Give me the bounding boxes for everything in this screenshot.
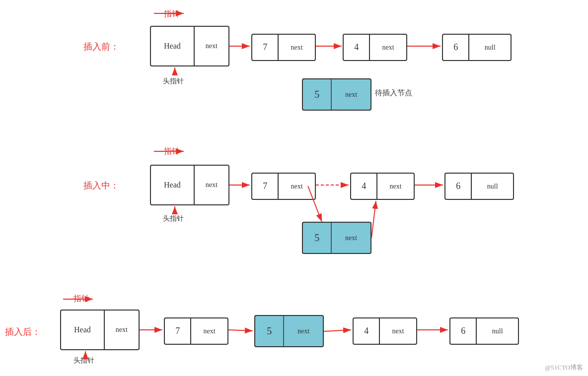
n5p-right: next xyxy=(332,79,370,110)
node-7-after: 7 next xyxy=(164,317,228,345)
node-6-during: 6 null xyxy=(444,173,514,200)
head-pointer-label-after: 头指针 xyxy=(74,356,94,365)
head-cell-right: next xyxy=(195,27,228,65)
n7d-left: 7 xyxy=(252,174,279,199)
node-5-pending: 5 next xyxy=(302,78,371,111)
n4d-left: 4 xyxy=(351,174,377,199)
head-pointer-label-during: 头指针 xyxy=(163,214,184,223)
node-4-after: 4 next xyxy=(353,317,417,345)
node-4-during: 4 next xyxy=(350,173,415,200)
n5a-right: next xyxy=(284,316,323,346)
n5i-left: 5 xyxy=(303,223,332,253)
head-after-left: Head xyxy=(61,311,105,349)
node-7-during: 7 next xyxy=(251,173,316,200)
node-head-during: Head next xyxy=(150,165,229,205)
n4d-right: next xyxy=(377,174,414,199)
node-6-after: 6 null xyxy=(449,317,519,345)
node-head-before: Head next xyxy=(150,26,229,66)
svg-line-18 xyxy=(324,330,351,331)
after-label: 插入后： xyxy=(5,326,41,338)
n5i-right: next xyxy=(332,223,370,253)
n4a-left: 4 xyxy=(354,318,380,344)
n4-right: next xyxy=(370,35,406,60)
head-pointer-label-before: 头指针 xyxy=(163,77,184,86)
svg-line-17 xyxy=(228,330,253,331)
n7d-right: next xyxy=(279,174,315,199)
node-7-before: 7 next xyxy=(251,34,316,61)
n6a-right: null xyxy=(477,318,518,344)
n7a-right: next xyxy=(191,318,227,344)
n4-left: 4 xyxy=(344,35,370,60)
pointer-label-during: 指针 xyxy=(164,146,180,157)
head-after-right: next xyxy=(105,311,139,349)
n7a-left: 7 xyxy=(165,318,191,344)
n5p-left: 5 xyxy=(303,79,332,110)
node-6-before: 6 null xyxy=(442,34,512,61)
pointer-label-before: 指针 xyxy=(164,9,180,19)
head-during-left: Head xyxy=(151,166,195,204)
pending-label: 待插入节点 xyxy=(375,88,412,98)
n6d-right: null xyxy=(472,174,513,199)
diagram-area: 指针 插入前： Head next 头指针 7 next 4 next 6 nu… xyxy=(0,0,588,376)
head-during-right: next xyxy=(195,166,228,204)
n6a-left: 6 xyxy=(450,318,477,344)
n5a-left: 5 xyxy=(255,316,284,346)
node-4-before: 4 next xyxy=(343,34,407,61)
head-cell-left: Head xyxy=(151,27,195,65)
n4a-right: next xyxy=(380,318,416,344)
pointer-label-after: 指针 xyxy=(74,294,89,304)
during-label: 插入中： xyxy=(83,180,119,191)
svg-line-12 xyxy=(371,201,376,238)
node-5-after: 5 next xyxy=(254,315,324,347)
n6-left-before: 6 xyxy=(443,35,469,60)
n6-right-before: null xyxy=(469,35,511,60)
n7-left: 7 xyxy=(252,35,279,60)
watermark: @51CTO博客 xyxy=(545,363,583,372)
node-5-during: 5 next xyxy=(302,222,371,254)
node-head-after: Head next xyxy=(60,310,140,350)
n7-right: next xyxy=(279,35,315,60)
before-label: 插入前： xyxy=(83,41,119,53)
n6d-left: 6 xyxy=(445,174,472,199)
